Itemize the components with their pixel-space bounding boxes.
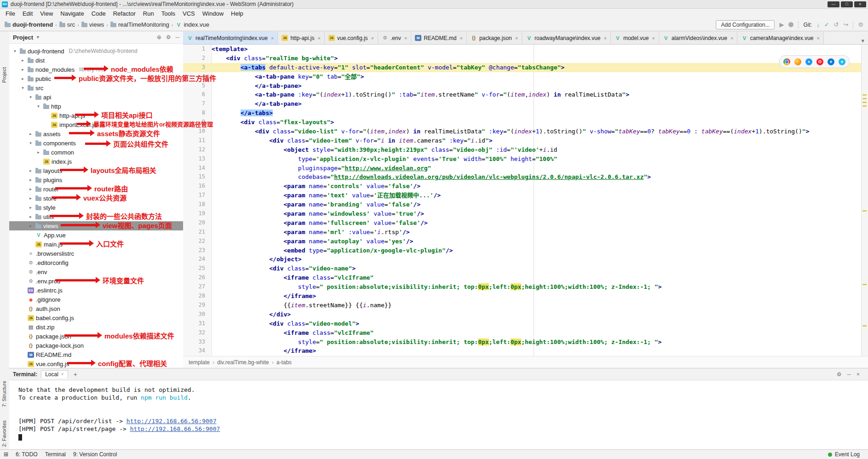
tree-item-src[interactable]: ▾src [9,83,183,92]
editor-tab-vue.config.js[interactable]: JSvue.config.js× [325,32,378,44]
tree-collapsed-icon[interactable]: ▸ [28,132,34,136]
code-editor[interactable]: 1<template>2 <div class="realTime bg-whi… [183,45,862,356]
tab-close-icon[interactable]: × [652,35,655,41]
close-button[interactable]: × [854,1,866,7]
terminal-minimize-icon[interactable]: ─ [847,371,851,378]
tree-item-.gitignore[interactable]: ◆.gitignore [9,295,183,304]
tree-item-babel.config.js[interactable]: JSbabel.config.js [9,313,183,322]
editor-tab-cameraManage-index.vue[interactable]: VcameraManage\index.vue× [737,32,824,44]
code-line-29[interactable]: 29 {{item.streetName}} {{i.name}} [183,301,862,310]
menu-refactor[interactable]: Refactor [109,9,139,18]
code-line-30[interactable]: 30 </div> [183,310,862,319]
tab-close-icon[interactable]: × [271,35,274,41]
tree-expanded-icon[interactable]: ▾ [28,141,34,145]
code-line-21[interactable]: 21 <param name='mrl' :value='i.rtsp'/> [183,228,862,237]
tab-close-icon[interactable]: × [460,35,462,41]
code-line-14[interactable]: 14 pluginspage="http://www.videolan.org" [183,164,862,173]
menu-window[interactable]: Window [199,9,227,18]
code-line-23[interactable]: 23 <embed type="application/x-google-vlc… [183,246,862,255]
tree-collapsed-icon[interactable]: ▸ [28,168,34,173]
code-line-13[interactable]: 13 type='application/x-vlc-plugin' event… [183,155,862,164]
settings-gear-icon[interactable]: ⚙ [858,21,863,28]
tree-item-auth.json[interactable]: {}auth.json [9,304,183,313]
error-stripe[interactable] [861,45,868,368]
terminal-close-icon[interactable]: × [857,371,860,378]
editor-breadcrumb-1[interactable]: div.realTime.bg-white [217,359,269,366]
chrome-browser-icon[interactable] [783,58,790,65]
tree-collapsed-icon[interactable]: ▸ [20,76,26,81]
editor-tab-realTimeMonitoring-index.vue[interactable]: VrealTimeMonitoring\index.vue× [183,32,278,44]
git-rollback-icon[interactable]: ↺ [834,21,839,28]
panel-settings-gear-icon[interactable]: ⚙ [166,34,171,40]
tree-item-api[interactable]: ▾api [9,92,183,102]
menu-navigate[interactable]: Navigate [57,9,87,18]
stripe-favorites-button[interactable]: 2: Favorites [1,420,7,447]
tree-expanded-icon[interactable]: ▾ [20,86,26,90]
terminal-tab-local[interactable]: Local× [41,370,68,379]
terminal-link[interactable]: http://192.168.66.56:9007 [130,425,220,432]
event-log-button[interactable]: Event Log [828,451,864,458]
firefox-browser-icon[interactable] [794,58,801,65]
tree-expanded-icon[interactable]: ▾ [35,104,41,109]
code-line-9[interactable]: 9 <div class="flex-layouts"> [183,118,862,127]
editor-tab-roadwayManage-index.vue[interactable]: VroadwayManage\index.vue× [522,32,611,44]
code-line-15[interactable]: 15 codebase="http://downloads.videolan.o… [183,172,862,182]
tab-close-icon[interactable]: × [317,35,320,41]
error-stripe-mark[interactable] [862,102,867,103]
code-line-6[interactable]: 6 <a-tab-pane :key="(index+1).toString()… [183,90,862,99]
tree-collapsed-icon[interactable]: ▸ [28,214,34,219]
tree-item-.editorconfig[interactable]: ⚙.editorconfig [9,258,183,267]
statusbar-6-todo[interactable]: 6: TODO [16,451,38,458]
code-line-8[interactable]: 8 </a-tabs> [183,109,862,118]
debug-icon[interactable] [788,22,793,27]
git-history-icon[interactable]: ↪ [843,21,848,28]
tree-item-duoji-frontend[interactable]: ▾duoji-frontendD:\zheheWeb\duoji-fronten… [9,46,183,56]
error-stripe-mark[interactable] [862,210,867,212]
code-line-5[interactable]: 5 </a-tab-pane> [183,81,862,91]
tree-collapsed-icon[interactable]: ▸ [20,67,26,72]
menu-help[interactable]: Help [227,9,247,18]
toolwindow-switcher-icon[interactable]: ⊞ [4,451,8,458]
code-line-31[interactable]: 31 <div class="video-model"> [183,319,862,328]
code-line-27[interactable]: 27 style=" position:absolute;visibility:… [183,282,862,292]
error-stripe-mark[interactable] [862,98,867,99]
tab-close-icon[interactable]: × [730,35,733,41]
tab-close-icon[interactable]: × [371,35,374,41]
tree-collapsed-icon[interactable]: ▸ [35,150,41,155]
add-configuration-button[interactable]: Add Configuration... [716,20,775,29]
run-icon[interactable]: ▶ [779,21,784,28]
editor-tab-http-api.js[interactable]: JShttp-api.js× [278,32,324,44]
tree-expanded-icon[interactable]: ▾ [28,95,34,99]
menu-file[interactable]: File [2,9,19,18]
editor-breadcrumb-0[interactable]: template [189,359,210,366]
error-stripe-mark[interactable] [862,105,867,107]
tab-close-icon[interactable]: × [816,35,819,41]
tab-close-icon[interactable]: × [604,35,607,41]
editor-tab-alarmVideos-index.vue[interactable]: ValarmVideos\index.vue× [659,32,738,44]
code-line-34[interactable]: 34 </iframe> [183,346,862,356]
terminal-output[interactable]: Note that the development build is not o… [9,380,868,441]
breadcrumb-item-views[interactable]: views [81,21,104,28]
code-line-12[interactable]: 12 <object style="width:390px;height:219… [183,145,862,155]
menu-view[interactable]: View [36,9,57,18]
code-line-3[interactable]: 3 <a-tabs default-active-key="1" slot="h… [183,63,862,72]
code-line-16[interactable]: 16 <param name='controls' value='false'/… [183,182,862,191]
editor-tab-.env[interactable]: ⚙.env× [378,32,411,44]
editor-tab-model.vue[interactable]: Vmodel.vue× [611,32,659,44]
terminal-settings-gear-icon[interactable]: ⚙ [837,371,842,378]
menu-run[interactable]: Run [139,9,158,18]
ie-browser-icon[interactable]: e [839,58,845,65]
code-line-18[interactable]: 18 <param name='branding' value='false'/… [183,200,862,209]
tree-collapsed-icon[interactable]: ▸ [28,178,34,182]
git-commit-icon[interactable]: ✓ [824,21,829,28]
opera-browser-icon[interactable]: O [816,58,823,65]
editor-breadcrumb-2[interactable]: a-tabs [276,359,292,366]
tree-item-package-lock.json[interactable]: {}package-lock.json [9,341,183,350]
error-stripe-mark[interactable] [862,94,867,96]
tree-collapsed-icon[interactable]: ▸ [28,205,34,210]
breadcrumb-item-duoji-frontend[interactable]: duoji-frontend [5,21,53,28]
code-line-28[interactable]: 28 </iframe> [183,292,862,301]
code-line-17[interactable]: 17 <param name='text' value='正在加载视频中...'… [183,191,862,200]
project-panel-title[interactable]: Project [13,34,33,41]
breadcrumb-item-realTimeMonitoring[interactable]: realTimeMonitoring [110,21,169,28]
